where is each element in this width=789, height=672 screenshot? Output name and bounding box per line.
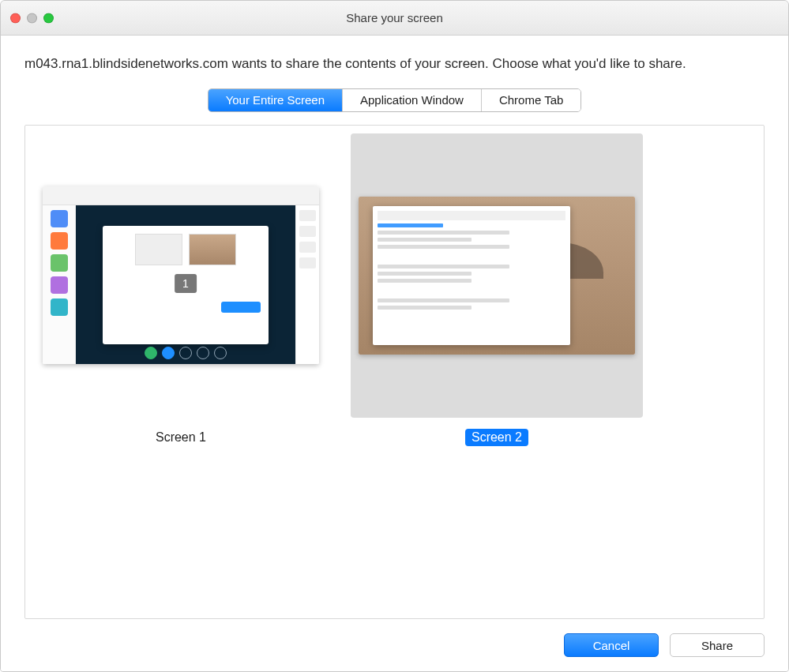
tab-entire-screen[interactable]: Your Entire Screen [209,89,343,111]
cancel-button[interactable]: Cancel [564,633,659,657]
screen-option-2[interactable]: Screen 2 [351,133,643,446]
share-prompt-text: m043.rna1.blindsidenetworks.com wants to… [24,54,765,74]
screen-list: 1 [35,133,754,446]
close-icon[interactable] [10,13,21,23]
screen-picker: 1 [24,125,765,619]
minimize-icon [27,13,37,23]
screen-1-label: Screen 1 [149,429,212,446]
share-button[interactable]: Share [670,633,765,657]
screen-1-thumbnail: 1 [43,186,319,364]
screen-option-1[interactable]: 1 [35,133,327,446]
share-screen-dialog: Share your screen m043.rna1.blindsidenet… [0,0,789,672]
dialog-footer: Cancel Share [24,619,765,657]
screen-1-badge: 1 [175,274,197,293]
source-type-tabs: Your Entire Screen Application Window Ch… [208,88,582,112]
window-title: Share your screen [346,11,443,24]
window-controls [10,13,54,23]
screen-2-thumbnail [359,197,635,355]
dialog-content: m043.rna1.blindsidenetworks.com wants to… [1,36,788,671]
screen-1-thumb-wrap: 1 [35,133,327,418]
zoom-icon[interactable] [43,13,54,23]
screen-2-label: Screen 2 [465,429,528,446]
screen-2-thumb-wrap [351,133,643,418]
titlebar: Share your screen [1,1,788,36]
tab-application-window[interactable]: Application Window [343,89,482,111]
tab-chrome-tab[interactable]: Chrome Tab [482,89,580,111]
